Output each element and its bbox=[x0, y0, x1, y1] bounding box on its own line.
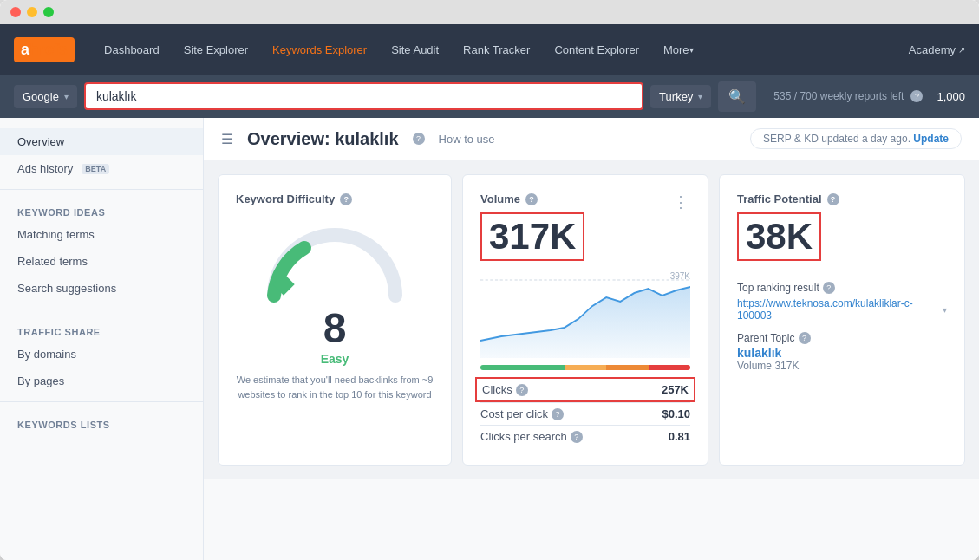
color-bar-orange bbox=[606, 365, 648, 370]
engine-dropdown[interactable]: Google bbox=[14, 85, 77, 108]
cpc-value: $0.10 bbox=[662, 407, 690, 420]
sidebar-matching-terms-label: Matching terms bbox=[17, 228, 95, 241]
cpc-label: Cost per click ? bbox=[480, 407, 564, 420]
kd-title-text: Keyword Difficulty bbox=[236, 192, 335, 205]
kd-card-title: Keyword Difficulty ? bbox=[236, 192, 434, 205]
engine-label: Google bbox=[23, 90, 59, 103]
top-result-label-text: Top ranking result bbox=[737, 282, 819, 294]
close-button[interactable] bbox=[10, 7, 21, 17]
sidebar-overview-label: Overview bbox=[17, 135, 64, 148]
sidebar-item-search-suggestions[interactable]: Search suggestions bbox=[0, 275, 203, 302]
nav-rank-tracker[interactable]: Rank Tracker bbox=[451, 24, 542, 75]
clicks-help-icon[interactable]: ? bbox=[516, 384, 528, 396]
cps-row: Clicks per search ? 0.81 bbox=[480, 425, 690, 447]
cps-value: 0.81 bbox=[669, 430, 690, 443]
tp-help-icon[interactable]: ? bbox=[827, 193, 839, 205]
sidebar-beta-badge: BETA bbox=[82, 164, 109, 174]
logo[interactable]: ahrefs bbox=[14, 37, 75, 62]
clicks-row: Clicks ? 257K bbox=[475, 377, 695, 402]
tp-number: 38K bbox=[737, 212, 821, 261]
tp-card-title: Traffic Potential ? bbox=[737, 192, 947, 205]
gauge-svg bbox=[257, 218, 413, 304]
sidebar-item-related-terms[interactable]: Related terms bbox=[0, 248, 203, 275]
sidebar-related-terms-label: Related terms bbox=[17, 255, 88, 268]
volume-more-icon[interactable]: ⋮ bbox=[673, 192, 690, 212]
serp-color-bar bbox=[480, 365, 690, 370]
cps-help-icon[interactable]: ? bbox=[571, 431, 583, 443]
nav-more[interactable]: More bbox=[651, 24, 706, 75]
volume-card-title: Volume ? bbox=[480, 192, 584, 205]
sidebar: Overview Ads history BETA Keyword ideas … bbox=[0, 118, 204, 560]
gauge-container bbox=[236, 209, 434, 313]
volume-header: Volume ? 317K ⋮ bbox=[480, 192, 690, 268]
search-input[interactable] bbox=[84, 82, 643, 110]
kd-label: Easy bbox=[236, 352, 434, 366]
cpc-row: Cost per click ? $0.10 bbox=[480, 402, 690, 425]
status-text: SERP & KD updated a day ago. bbox=[763, 133, 910, 145]
titlebar bbox=[0, 0, 979, 24]
clicks-value: 257K bbox=[662, 383, 689, 396]
clicks-label: Clicks ? bbox=[482, 383, 528, 396]
sidebar-divider-3 bbox=[0, 401, 203, 402]
logo-hrefs: hrefs bbox=[29, 41, 68, 58]
sidebar-item-ads-history[interactable]: Ads history BETA bbox=[0, 155, 203, 182]
cpc-help-icon[interactable]: ? bbox=[552, 408, 564, 420]
top-navigation: ahrefs Dashboard Site Explorer Keywords … bbox=[0, 24, 979, 75]
search-button[interactable]: 🔍 bbox=[718, 81, 756, 112]
kd-description: We estimate that you'll need backlinks f… bbox=[236, 373, 434, 401]
sidebar-by-pages-label: By pages bbox=[17, 374, 64, 387]
status-badge: SERP & KD updated a day ago. Update bbox=[750, 128, 962, 149]
sidebar-item-by-domains[interactable]: By domains bbox=[0, 341, 203, 368]
parent-topic-label: Parent Topic ? bbox=[737, 332, 947, 344]
nav-site-audit[interactable]: Site Audit bbox=[379, 24, 451, 75]
update-link[interactable]: Update bbox=[913, 133, 949, 145]
kd-card: Keyword Difficulty ? 8 bbox=[218, 174, 452, 466]
sidebar-divider-1 bbox=[0, 189, 203, 190]
parent-volume: Volume 317K bbox=[737, 360, 947, 372]
top-result-arrow-icon: ▾ bbox=[943, 305, 947, 315]
color-bar-red bbox=[649, 365, 690, 370]
sidebar-item-by-pages[interactable]: By pages bbox=[0, 368, 203, 394]
sidebar-by-domains-label: By domains bbox=[17, 348, 76, 361]
nav-content-explorer[interactable]: Content Explorer bbox=[542, 24, 651, 75]
country-dropdown[interactable]: Turkey bbox=[650, 85, 711, 108]
volume-chart: 397K bbox=[480, 271, 690, 358]
cards-area: Keyword Difficulty ? 8 bbox=[204, 160, 979, 479]
nav-site-explorer[interactable]: Site Explorer bbox=[172, 24, 260, 75]
how-to-use-link[interactable]: How to use bbox=[439, 133, 495, 146]
volume-chart-svg bbox=[480, 271, 690, 358]
sidebar-ads-history-label: Ads history bbox=[17, 162, 73, 175]
kd-help-icon[interactable]: ? bbox=[340, 193, 352, 205]
cps-label-text: Clicks per search bbox=[480, 430, 567, 443]
sidebar-divider-2 bbox=[0, 309, 203, 309]
nav-academy[interactable]: Academy bbox=[909, 43, 965, 56]
search-input-wrap bbox=[84, 82, 643, 110]
parent-topic-help-icon[interactable]: ? bbox=[799, 332, 811, 344]
sidebar-item-overview[interactable]: Overview bbox=[0, 128, 203, 155]
cpc-label-text: Cost per click bbox=[480, 407, 548, 420]
maximize-button[interactable] bbox=[43, 7, 54, 17]
traffic-potential-card: Traffic Potential ? 38K Top ranking resu… bbox=[719, 174, 965, 466]
volume-card: Volume ? 317K ⋮ 397K bbox=[462, 174, 708, 466]
parent-volume-label: Volume bbox=[737, 360, 772, 372]
nav-dashboard[interactable]: Dashboard bbox=[92, 24, 172, 75]
color-bar-green bbox=[480, 365, 565, 370]
sidebar-search-suggestions-label: Search suggestions bbox=[17, 282, 116, 295]
top-result-label: Top ranking result ? bbox=[737, 282, 947, 294]
top-result-help-icon[interactable]: ? bbox=[823, 282, 835, 294]
reports-help-icon[interactable]: ? bbox=[910, 90, 923, 102]
main-content: Overview Ads history BETA Keyword ideas … bbox=[0, 118, 979, 560]
content-area: ☰ Overview: kulaklık ? How to use SERP &… bbox=[204, 118, 979, 560]
minimize-button[interactable] bbox=[27, 7, 37, 17]
volume-help-icon[interactable]: ? bbox=[525, 193, 538, 205]
page-help-icon[interactable]: ? bbox=[413, 133, 425, 145]
reports-count: 1,000 bbox=[937, 90, 965, 103]
reports-info: 535 / 700 weekly reports left bbox=[773, 90, 904, 102]
hamburger-icon[interactable]: ☰ bbox=[221, 131, 233, 147]
parent-topic-link[interactable]: kulaklık bbox=[737, 346, 947, 360]
sidebar-item-matching-terms[interactable]: Matching terms bbox=[0, 221, 203, 248]
top-result-link[interactable]: https://www.teknosa.com/kulakliklar-c-10… bbox=[737, 297, 947, 322]
page-header: ☰ Overview: kulaklık ? How to use SERP &… bbox=[204, 118, 979, 160]
page-title: Overview: kulaklık bbox=[247, 129, 399, 149]
nav-keywords-explorer[interactable]: Keywords Explorer bbox=[260, 24, 379, 75]
